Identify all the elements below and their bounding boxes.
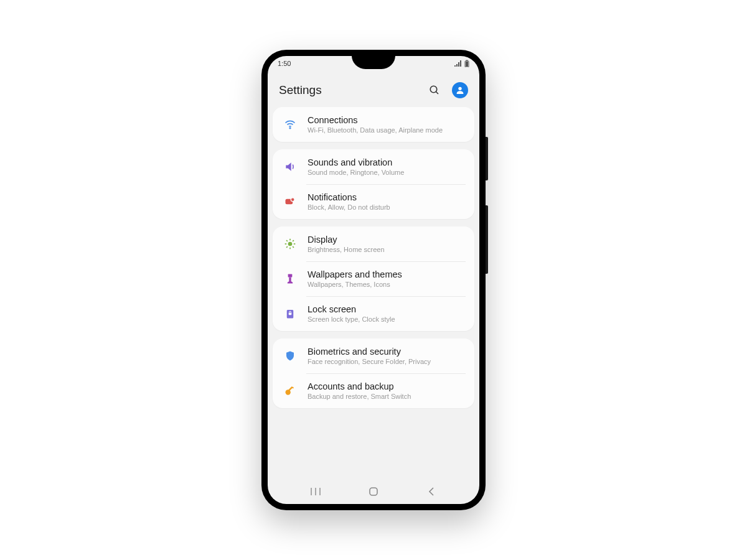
svg-rect-18 (288, 274, 293, 278)
settings-group: Sounds and vibrationSound mode, Ringtone… (273, 149, 474, 219)
wallpaper-icon (281, 270, 299, 287)
settings-item-connections[interactable]: ConnectionsWi-Fi, Bluetooth, Data usage,… (273, 107, 474, 142)
settings-item-notifications[interactable]: NotificationsBlock, Allow, Do not distur… (273, 184, 474, 219)
page-title: Settings (279, 83, 322, 97)
wifi-icon (281, 116, 299, 133)
svg-point-3 (430, 86, 437, 93)
search-icon (429, 85, 440, 96)
settings-item-lock-screen[interactable]: Lock screenScreen lock type, Clock style (273, 296, 474, 331)
recents-button[interactable] (303, 479, 328, 504)
status-icons (454, 60, 469, 67)
item-title: Display (308, 235, 466, 245)
settings-item-sounds-and-vibration[interactable]: Sounds and vibrationSound mode, Ringtone… (273, 149, 474, 184)
svg-point-8 (291, 198, 294, 202)
settings-group: ConnectionsWi-Fi, Bluetooth, Data usage,… (273, 107, 474, 142)
display-icon (281, 235, 299, 253)
header: Settings (268, 71, 479, 107)
svg-rect-21 (289, 313, 292, 315)
status-time: 1:50 (278, 60, 291, 67)
search-button[interactable] (428, 84, 441, 96)
header-actions (428, 82, 468, 98)
item-subtitle: Backup and restore, Smart Switch (308, 393, 466, 400)
svg-line-14 (286, 240, 288, 241)
item-subtitle: Block, Allow, Do not disturb (308, 203, 466, 211)
item-text: Wallpapers and themesWallpapers, Themes,… (308, 269, 466, 288)
svg-rect-2 (466, 62, 468, 67)
settings-item-display[interactable]: DisplayBrightness, Home screen (273, 226, 474, 261)
settings-group: DisplayBrightness, Home screenWallpapers… (273, 226, 474, 331)
svg-point-9 (288, 242, 293, 246)
item-subtitle: Wi-Fi, Bluetooth, Data usage, Airplane m… (308, 126, 466, 134)
settings-item-accounts-and-backup[interactable]: Accounts and backupBackup and restore, S… (273, 373, 474, 408)
item-subtitle: Brightness, Home screen (308, 246, 466, 253)
item-title: Notifications (308, 192, 466, 202)
svg-point-5 (458, 87, 461, 90)
person-icon (455, 85, 465, 95)
shield-icon (281, 347, 299, 365)
item-text: Accounts and backupBackup and restore, S… (308, 381, 466, 400)
key-icon (281, 382, 299, 399)
item-text: Sounds and vibrationSound mode, Ringtone… (308, 157, 466, 176)
lock-icon (281, 305, 299, 322)
item-title: Sounds and vibration (308, 157, 466, 167)
home-button[interactable] (361, 479, 386, 504)
side-button (486, 137, 488, 180)
profile-button[interactable] (452, 82, 468, 98)
svg-rect-23 (288, 386, 293, 391)
svg-line-16 (286, 246, 288, 248)
back-button[interactable] (419, 479, 444, 504)
item-subtitle: Face recognition, Secure Folder, Privacy (308, 358, 466, 365)
item-title: Lock screen (308, 304, 466, 314)
settings-list[interactable]: ConnectionsWi-Fi, Bluetooth, Data usage,… (268, 107, 479, 479)
notify-icon (281, 193, 299, 210)
item-title: Accounts and backup (308, 381, 466, 391)
item-text: ConnectionsWi-Fi, Bluetooth, Data usage,… (308, 115, 466, 134)
signal-icon (454, 60, 462, 67)
item-subtitle: Sound mode, Ringtone, Volume (308, 169, 466, 176)
item-title: Connections (308, 115, 466, 125)
phone-frame: 1:50 Settings ConnectionsWi-Fi, Bluetoot… (261, 50, 486, 510)
item-text: Biometrics and securityFace recognition,… (308, 347, 466, 365)
recents-icon (311, 487, 321, 496)
svg-line-4 (436, 91, 438, 94)
item-title: Wallpapers and themes (308, 269, 466, 279)
item-text: NotificationsBlock, Allow, Do not distur… (308, 192, 466, 211)
item-text: Lock screenScreen lock type, Clock style (308, 304, 466, 323)
item-text: DisplayBrightness, Home screen (308, 235, 466, 253)
nav-bar (268, 479, 479, 504)
item-subtitle: Screen lock type, Clock style (308, 315, 466, 323)
item-subtitle: Wallpapers, Themes, Icons (308, 281, 466, 288)
item-title: Biometrics and security (308, 347, 466, 357)
svg-line-17 (293, 240, 294, 241)
settings-item-wallpapers-and-themes[interactable]: Wallpapers and themesWallpapers, Themes,… (273, 261, 474, 296)
svg-rect-28 (370, 488, 377, 495)
svg-point-6 (289, 128, 291, 129)
side-button (486, 205, 488, 274)
settings-group: Biometrics and securityFace recognition,… (273, 338, 474, 408)
back-icon (428, 487, 435, 496)
svg-line-15 (293, 246, 294, 248)
svg-rect-1 (466, 60, 468, 62)
screen: 1:50 Settings ConnectionsWi-Fi, Bluetoot… (268, 56, 479, 504)
sound-icon (281, 158, 299, 175)
home-icon (369, 487, 378, 497)
settings-item-biometrics-and-security[interactable]: Biometrics and securityFace recognition,… (273, 338, 474, 373)
battery-icon (464, 60, 469, 67)
